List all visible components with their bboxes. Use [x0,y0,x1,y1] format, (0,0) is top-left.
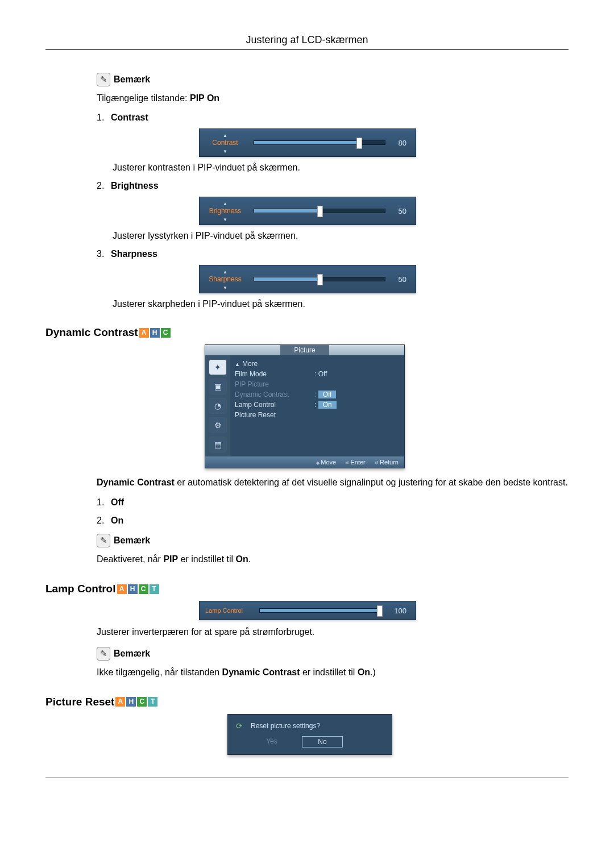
note-label: Bemærk [114,74,150,85]
slider-thumb[interactable] [356,138,362,149]
osd-side-icons[interactable]: ✦ ▣ ◔ ⚙ ▤ [205,355,230,456]
note-label: Bemærk [114,535,150,546]
list-label-contrast: Contrast [111,113,148,123]
badge-c: C [137,697,147,707]
slider-caption: Sharpness [209,275,241,283]
list-number: 2. [97,516,111,526]
list-number: 3. [97,249,111,259]
note-icon: ✎ [97,534,110,547]
osd-icon-4[interactable]: ⚙ [209,417,227,433]
badge-t: T [148,697,157,707]
badge-h: H [128,584,138,594]
osd-footer: Move Enter Return [205,456,404,468]
slider-caption: Lamp Control [205,607,243,614]
reset-yes-button[interactable]: Yes [252,736,292,747]
lamp-desc: Justerer inverterpæren for at spare på s… [97,626,569,638]
osd-header: Picture [205,345,404,355]
osd-item-pippicture: PIP Picture [230,379,404,389]
arrow-up-icon [223,199,227,207]
contrast-desc: Justerer kontrasten i PIP-vinduet på skæ… [113,163,569,173]
slider-value: 50 [399,275,406,284]
note-icon: ✎ [97,73,110,86]
osd-item-dyncontrast: Dynamic Contrast: Off [230,389,404,400]
slider-thumb[interactable] [317,206,323,217]
contrast-slider[interactable]: Contrast 80 [199,128,416,157]
list-number: 1. [97,497,111,508]
badge-t: T [150,584,159,594]
brightness-desc: Justerer lysstyrken i PIP-vinduet på skæ… [113,231,569,241]
lamp-slider[interactable]: Lamp Control 100 [199,601,416,620]
osd-icon-5[interactable]: ▤ [209,437,227,452]
dynamic-desc: Dynamic Contrast er automatisk detekteri… [97,476,569,489]
badge-h: H [126,697,136,707]
osd-item-filmmode[interactable]: Film Mode: Off [230,369,404,379]
badge-a: A [117,584,127,594]
slider-value: 50 [399,207,406,215]
reset-no-button[interactable]: No [302,736,343,747]
arrow-down-icon [223,147,227,155]
osd-icon-2[interactable]: ▣ [209,379,227,394]
dynamic-note: Deaktiveret, når PIP er indstillet til O… [97,553,569,566]
osd-item-picreset[interactable]: Picture Reset [230,410,404,420]
lamp-note: Ikke tilgængelig, når tilstanden Dynamic… [97,666,569,679]
osd-menu: Picture ✦ ▣ ◔ ⚙ ▤ ▲More Film Mode: Off P… [205,344,405,468]
osd-icon-1[interactable]: ✦ [209,359,227,375]
slider-track[interactable] [254,140,385,145]
arrow-down-icon [223,215,227,223]
slider-thumb[interactable] [377,605,383,617]
arrow-up-icon [223,267,227,275]
brightness-slider[interactable]: Brightness 50 [199,197,416,225]
intro-text: Tilgængelige tilstande: PIP On [97,92,569,105]
list-number: 2. [97,181,111,191]
osd-list[interactable]: ▲More Film Mode: Off PIP Picture Dynamic… [230,355,404,456]
arrow-up-icon [223,131,227,139]
list-label-brightness: Brightness [111,181,159,191]
option-off: Off [111,497,124,508]
slider-caption: Brightness [209,207,242,215]
slider-value: 80 [399,139,406,147]
heading-dynamic-contrast: Dynamic Contrast [45,326,138,339]
slider-caption: Contrast [212,139,238,147]
sharpness-desc: Justerer skarpheden i PIP-vinduet på skæ… [113,299,569,309]
badge-c: C [161,328,171,338]
page-header: Justering af LCD-skærmen [45,34,569,50]
heading-picture-reset: Picture Reset [45,696,114,708]
slider-thumb[interactable] [317,274,323,285]
list-label-sharpness: Sharpness [111,249,157,259]
list-number: 1. [97,113,111,123]
reset-dialog: Reset picture settings? Yes No [227,714,392,755]
note-icon: ✎ [97,647,110,661]
osd-item-more[interactable]: ▲More [230,359,404,369]
slider-track[interactable] [254,209,385,213]
slider-track[interactable] [259,608,380,613]
footer-rule [45,778,569,778]
arrow-down-icon [223,283,227,291]
badge-a: A [139,328,149,338]
option-on: On [111,516,123,526]
slider-value: 100 [394,607,406,615]
heading-lamp-control: Lamp Control [45,583,116,595]
slider-track[interactable] [254,277,385,281]
note-label: Bemærk [114,649,150,659]
sharpness-slider[interactable]: Sharpness 50 [199,265,416,293]
badge-h: H [150,328,160,338]
osd-item-lampcontrol[interactable]: Lamp Control: On [230,400,404,410]
badge-c: C [139,584,148,594]
badge-a: A [115,697,125,707]
osd-icon-3[interactable]: ◔ [209,398,227,414]
reset-question: Reset picture settings? [236,721,384,730]
